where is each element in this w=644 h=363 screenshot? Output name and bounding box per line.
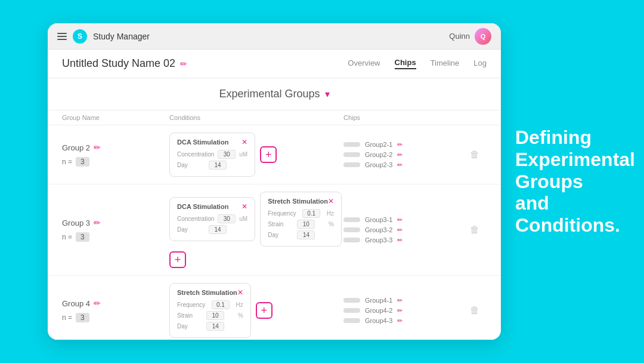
chip-indicator: [343, 238, 360, 242]
add-condition-button[interactable]: +: [169, 251, 186, 268]
chip-edit-icon[interactable]: ✏: [397, 141, 402, 149]
condition-header: Stretch Stimulation ✕: [268, 197, 334, 205]
add-condition-button[interactable]: +: [260, 146, 277, 163]
chip-edit-icon[interactable]: ✏: [397, 216, 402, 224]
list-item: Group3-1 ✏: [343, 216, 463, 224]
list-item: Group2-3 ✏: [343, 161, 463, 169]
group-name: Group 4 ✏: [62, 299, 169, 308]
list-item: Group4-1 ✏: [343, 297, 463, 304]
chip-indicator: [343, 162, 360, 167]
chips-area: Group4-1 ✏ Group4-2 ✏ Group4-3 ✏: [343, 297, 463, 325]
section-dropdown-icon[interactable]: ▾: [325, 88, 330, 100]
study-name-area: Untitled Study Name 02 ✏: [62, 57, 348, 70]
condition-row: Day 14: [177, 225, 247, 234]
chip-indicator: [343, 227, 360, 232]
condition-row: Concentration 30 uM: [177, 214, 247, 223]
chip-name: Group2-1: [365, 141, 392, 148]
col-conditions: Conditions: [169, 114, 343, 121]
condition-close-icon[interactable]: ✕: [328, 197, 334, 205]
n-badge: 3: [76, 313, 89, 322]
tab-chips[interactable]: Chips: [395, 58, 416, 69]
table-row: Group 4 ✏ n = 3 Stretch Stimulation ✕: [48, 276, 501, 340]
table-header: Group Name Conditions Chips: [48, 110, 501, 125]
main-container: S Study Manager Quinn Q Untitled Study N…: [0, 0, 644, 363]
app-logo: S: [73, 29, 87, 44]
condition-row: Day 14: [177, 161, 247, 170]
table-row: Group 2 ✏ n = 3 DCA Stimulation ✕: [48, 125, 501, 184]
condition-row: Day 14: [268, 230, 334, 239]
chip-edit-icon[interactable]: ✏: [397, 236, 402, 244]
chip-name: Group3-2: [365, 226, 392, 233]
conditions-area: Stretch Stimulation ✕ Frequency 0.1 Hz S…: [169, 283, 343, 338]
chip-edit-icon[interactable]: ✏: [397, 307, 402, 315]
group-info: Group 2 ✏ n = 3: [62, 143, 169, 167]
content-area: Experimental Groups ▾ Group Name Conditi…: [48, 78, 501, 340]
chip-name: Group4-3: [365, 317, 392, 324]
list-item: Group4-2 ✏: [343, 307, 463, 315]
tab-overview[interactable]: Overview: [348, 59, 380, 69]
group-edit-icon[interactable]: ✏: [94, 143, 101, 152]
chip-edit-icon[interactable]: ✏: [397, 161, 402, 169]
chip-indicator: [343, 217, 360, 222]
right-panel: Defining Experimental Groups and Conditi…: [501, 115, 632, 248]
delete-button[interactable]: 🗑: [463, 305, 487, 316]
condition-row: Strain 10 %: [177, 311, 243, 320]
app-title: Study Manager: [93, 32, 443, 41]
condition-header: Stretch Stimulation ✕: [177, 288, 243, 297]
group-edit-icon[interactable]: ✏: [94, 218, 101, 227]
condition-close-icon[interactable]: ✕: [237, 288, 243, 297]
col-actions: [463, 114, 487, 121]
chip-indicator: [343, 152, 360, 157]
study-header: Untitled Study Name 02 ✏ Overview Chips …: [48, 50, 501, 78]
list-item: Group4-3 ✏: [343, 317, 463, 325]
n-count: n = 3: [62, 232, 169, 242]
group-info: Group 4 ✏ n = 3: [62, 299, 169, 322]
condition-row: Frequency 0.1 Hz: [268, 209, 334, 218]
conditions-area: DCA Stimulation ✕ Concentration 30 uM Da…: [169, 192, 343, 268]
condition-card: DCA Stimulation ✕ Concentration 30 uM Da…: [169, 133, 255, 177]
condition-header: DCA Stimulation ✕: [177, 202, 247, 211]
chip-indicator: [343, 308, 360, 313]
condition-row: Frequency 0.1 Hz: [177, 300, 243, 309]
user-area: Quinn Q: [449, 28, 491, 45]
n-count: n = 3: [62, 157, 169, 167]
group-edit-icon[interactable]: ✏: [94, 299, 101, 308]
group-info: Group 3 ✏ n = 3: [62, 218, 169, 242]
delete-button[interactable]: 🗑: [463, 149, 487, 160]
n-badge: 3: [76, 232, 89, 242]
col-chips: Chips: [343, 114, 463, 121]
condition-card: Stretch Stimulation ✕ Frequency 0.1 Hz S…: [169, 283, 251, 338]
condition-close-icon[interactable]: ✕: [242, 138, 247, 146]
chip-edit-icon[interactable]: ✏: [397, 317, 402, 325]
conditions-area: DCA Stimulation ✕ Concentration 30 uM Da…: [169, 133, 343, 177]
list-item: Group3-2 ✏: [343, 226, 463, 234]
chip-indicator: [343, 142, 360, 147]
title-bar: S Study Manager Quinn Q: [48, 23, 501, 50]
chips-area: Group3-1 ✏ Group3-2 ✏ Group3-3 ✏: [343, 216, 463, 244]
study-name-edit-icon[interactable]: ✏: [180, 59, 187, 69]
hamburger-menu-icon[interactable]: [57, 33, 67, 40]
list-item: Group2-1 ✏: [343, 141, 463, 149]
tab-timeline[interactable]: Timeline: [431, 59, 460, 69]
condition-row: Strain 10 %: [268, 220, 334, 229]
add-condition-button[interactable]: +: [256, 302, 273, 319]
condition-close-icon[interactable]: ✕: [242, 202, 247, 211]
chip-edit-icon[interactable]: ✏: [397, 297, 402, 304]
list-item: Group3-3 ✏: [343, 236, 463, 244]
chip-indicator: [343, 318, 360, 323]
user-name: Quinn: [449, 32, 470, 41]
chip-indicator: [343, 298, 360, 303]
delete-button[interactable]: 🗑: [463, 224, 487, 235]
section-title: Experimental Groups: [219, 88, 320, 100]
chip-edit-icon[interactable]: ✏: [397, 226, 402, 234]
n-count: n = 3: [62, 313, 169, 322]
user-avatar[interactable]: Q: [475, 28, 491, 45]
chip-name: Group4-2: [365, 307, 392, 314]
chip-name: Group2-3: [365, 161, 392, 168]
condition-header: DCA Stimulation ✕: [177, 138, 247, 146]
group-name: Group 2 ✏: [62, 143, 169, 152]
tab-log[interactable]: Log: [473, 59, 487, 69]
chip-name: Group3-3: [365, 236, 392, 244]
condition-card: Stretch Stimulation ✕ Frequency 0.1 Hz S…: [260, 192, 342, 247]
chip-edit-icon[interactable]: ✏: [397, 151, 402, 159]
